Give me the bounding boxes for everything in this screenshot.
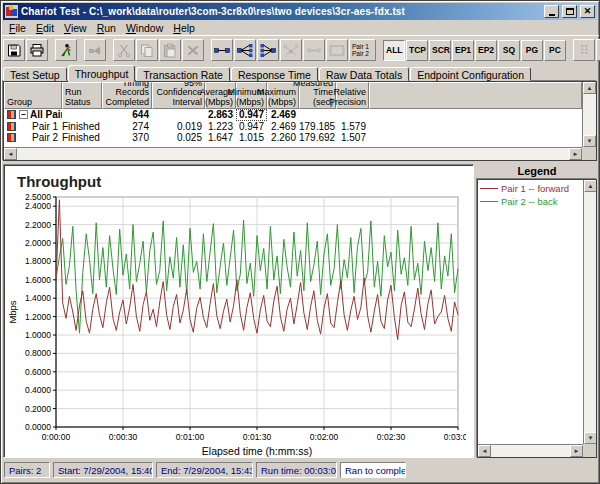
svg-text:1.2000: 1.2000 bbox=[25, 312, 51, 322]
svg-text:0.6000: 0.6000 bbox=[25, 367, 51, 377]
svg-text:1.0000: 1.0000 bbox=[25, 330, 51, 340]
menu-window[interactable]: Window bbox=[121, 22, 168, 34]
svg-text:Elapsed time (h:mm:ss): Elapsed time (h:mm:ss) bbox=[202, 445, 312, 457]
edit-pair-button[interactable] bbox=[303, 39, 325, 61]
filter-pc-button[interactable]: PC bbox=[544, 40, 566, 61]
filter-pg-button[interactable]: PG bbox=[521, 40, 543, 61]
results-table-panel: GroupRun StatusTiming Records Completed9… bbox=[3, 81, 597, 161]
pair-selector-button[interactable]: Pair 1 Pair 2 bbox=[349, 39, 376, 61]
legend-line-sample bbox=[480, 188, 498, 189]
add-voip-pair-button[interactable] bbox=[257, 39, 279, 61]
column-header-run-status[interactable]: Run Status bbox=[62, 82, 102, 109]
add-multicast-group-button[interactable] bbox=[234, 39, 256, 61]
legend-horizontal-scrollbar[interactable]: ◄ ► bbox=[478, 444, 583, 457]
menu-help[interactable]: Help bbox=[168, 22, 200, 34]
minimize-button[interactable] bbox=[544, 5, 559, 18]
save-icon bbox=[6, 43, 22, 58]
status-start: Start: 7/29/2004, 15:40:01 bbox=[53, 462, 153, 478]
column-header-relative-precision[interactable]: Relative Precision bbox=[336, 82, 369, 109]
print-button[interactable] bbox=[26, 39, 48, 61]
scroll-left-icon: ◄ bbox=[8, 151, 14, 157]
table-row-pair-2[interactable]: Pair 2Finished3700.0251.6471.0152.260179… bbox=[4, 132, 582, 144]
table-scroll-right-button[interactable]: ► bbox=[569, 148, 582, 160]
cell-relative-precision: 1.507 bbox=[336, 132, 369, 144]
status-end: End: 7/29/2004, 15:43:01 bbox=[156, 462, 253, 478]
add-hardware-pair-button[interactable] bbox=[280, 39, 302, 61]
column-header-95-confidence-interval[interactable]: 95% Confidence Interval bbox=[152, 82, 205, 109]
table-hscroll-track[interactable] bbox=[17, 148, 569, 160]
cell-timing-records-completed: 274 bbox=[102, 121, 152, 133]
group-label: Pair 2 bbox=[32, 132, 58, 144]
table-scroll-up-button[interactable]: ▲ bbox=[583, 82, 596, 94]
delete-button[interactable] bbox=[182, 39, 204, 61]
legend-vertical-scrollbar[interactable]: ▲ ▼ bbox=[583, 180, 596, 444]
replicate-pair-button[interactable] bbox=[326, 39, 348, 61]
table-horizontal-scrollbar[interactable]: ◄ ► bbox=[4, 147, 582, 160]
paste-button[interactable] bbox=[159, 39, 181, 61]
legend-item-pair-1-forward[interactable]: Pair 1 -- forward bbox=[479, 182, 582, 195]
column-header-group[interactable]: Group bbox=[4, 82, 62, 109]
tab-raw-data-totals[interactable]: Raw Data Totals bbox=[319, 67, 409, 81]
legend-hscroll-track[interactable] bbox=[491, 445, 570, 457]
legend-label: Pair 1 -- forward bbox=[501, 183, 569, 194]
tab-test-setup[interactable]: Test Setup bbox=[3, 67, 67, 81]
window-layout-button[interactable] bbox=[596, 39, 600, 61]
filter-sq-button[interactable]: SQ bbox=[498, 40, 520, 61]
legend-scroll-up-button[interactable]: ▲ bbox=[584, 180, 597, 192]
legend-scroll-right-button[interactable]: ► bbox=[570, 445, 583, 457]
collapse-toggle[interactable]: − bbox=[19, 110, 28, 119]
filter-tcp-button[interactable]: TCP bbox=[406, 40, 428, 61]
tab-endpoint-configuration[interactable]: Endpoint Configuration bbox=[410, 67, 531, 81]
table-row-all-pairs[interactable]: −All Pairs6442.8630.9472.469 bbox=[4, 109, 582, 121]
scroll-left-icon: ◄ bbox=[482, 448, 488, 454]
close-button[interactable]: ✕ bbox=[580, 5, 595, 18]
add-pair-icon bbox=[213, 43, 231, 58]
table-scroll-left-button[interactable]: ◄ bbox=[4, 148, 17, 160]
tab-response-time[interactable]: Response Time bbox=[231, 67, 318, 81]
add-multicast-group-icon bbox=[236, 43, 254, 58]
titlebar[interactable]: Chariot Test - C:\_work\data\router\3com… bbox=[3, 3, 597, 20]
legend-scroll-down-button[interactable]: ▼ bbox=[584, 432, 597, 444]
cell-run-status: Finished bbox=[62, 132, 102, 144]
legend-item-pair-2-back[interactable]: Pair 2 -- back bbox=[479, 195, 582, 208]
legend-vscroll-track[interactable] bbox=[584, 192, 596, 432]
menu-view[interactable]: View bbox=[59, 22, 92, 34]
cell-minimum-mbps: 0.947 bbox=[236, 121, 267, 133]
menu-run[interactable]: Run bbox=[92, 22, 121, 34]
table-row-pair-1[interactable]: Pair 1Finished2740.0191.2230.9472.469179… bbox=[4, 121, 582, 133]
console-button[interactable] bbox=[573, 39, 595, 61]
menu-file[interactable]: File bbox=[4, 22, 31, 34]
filter-all-button[interactable]: ALL bbox=[383, 40, 405, 61]
cell-timing-records-completed: 644 bbox=[102, 109, 152, 121]
group-cell: Pair 2 bbox=[19, 132, 62, 144]
menubar: FileEditViewRunWindowHelp bbox=[1, 20, 599, 35]
menu-edit[interactable]: Edit bbox=[31, 22, 59, 34]
filter-ep1-button[interactable]: EP1 bbox=[452, 40, 474, 61]
copy-button[interactable] bbox=[136, 39, 158, 61]
tab-transaction-rate[interactable]: Transaction Rate bbox=[136, 67, 230, 81]
legend-scroll-left-button[interactable]: ◄ bbox=[478, 445, 491, 457]
svg-text:0:02:00: 0:02:00 bbox=[310, 432, 339, 442]
group-label: Pair 1 bbox=[32, 121, 58, 133]
svg-text:0.0000: 0.0000 bbox=[25, 422, 51, 432]
cell-95-confidence-interval: 0.019 bbox=[152, 121, 205, 133]
cut-icon bbox=[116, 43, 132, 58]
svg-text:0:00:00: 0:00:00 bbox=[42, 432, 71, 442]
cell-maximum-mbps: 2.469 bbox=[267, 109, 299, 121]
table-vertical-scrollbar[interactable]: ▲ ▼ bbox=[582, 82, 596, 147]
table-scroll-down-button[interactable]: ▼ bbox=[583, 135, 596, 147]
maximize-button[interactable] bbox=[562, 5, 577, 18]
filter-ep2-button[interactable]: EP2 bbox=[475, 40, 497, 61]
maximize-icon bbox=[566, 8, 574, 15]
column-header-timing-records-completed[interactable]: Timing Records Completed bbox=[102, 82, 152, 109]
table-vscroll-track[interactable] bbox=[583, 94, 596, 135]
cell-run-status: Finished bbox=[62, 121, 102, 133]
tab-throughput[interactable]: Throughput bbox=[68, 65, 136, 82]
cut-button[interactable] bbox=[113, 39, 135, 61]
stop-run-button[interactable] bbox=[84, 39, 106, 61]
filter-scr-button[interactable]: SCR bbox=[429, 40, 451, 61]
add-pair-button[interactable] bbox=[211, 39, 233, 61]
run-test-button[interactable] bbox=[55, 39, 77, 61]
save-button[interactable] bbox=[3, 39, 25, 61]
legend-entries: Pair 1 -- forwardPair 2 -- back bbox=[478, 180, 583, 444]
